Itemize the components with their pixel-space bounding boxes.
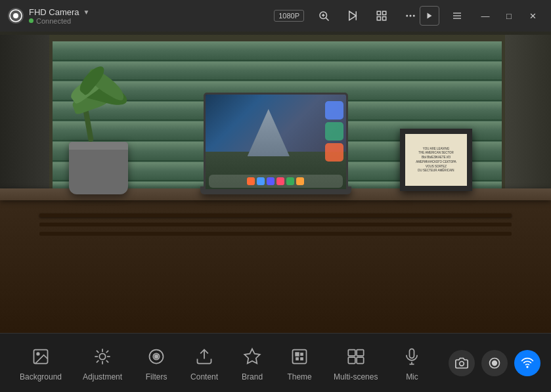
svg-point-21 (99, 353, 105, 359)
svg-point-20 (37, 353, 39, 355)
tool-brand[interactable]: Brand (230, 339, 275, 387)
bottom-toolbar: Background Adjustment (0, 333, 551, 392)
brand-icon (240, 345, 264, 368)
svg-point-49 (493, 360, 497, 365)
svg-point-13 (410, 15, 412, 17)
resolution-badge[interactable]: 1080P (274, 10, 304, 22)
desk-slat (39, 223, 512, 227)
svg-rect-36 (296, 353, 299, 356)
dock-icon (247, 177, 255, 185)
title-bar: FHD Camera ▼ Connected 1080P (0, 0, 551, 32)
wall-left (0, 35, 49, 198)
filters-label: Filters (146, 372, 167, 381)
desktop-icon (325, 143, 343, 162)
svg-point-12 (406, 15, 408, 17)
dock-icon (296, 177, 304, 185)
svg-rect-38 (296, 357, 299, 360)
tool-filters[interactable]: Filters (134, 339, 179, 387)
tool-content[interactable]: Content (181, 339, 227, 387)
desk-slat (39, 213, 512, 217)
svg-rect-42 (348, 357, 355, 363)
app-title-group: FHD Camera ▼ Connected (29, 7, 89, 25)
record-button[interactable] (481, 350, 508, 376)
camera-feed: YOU ARE LEAVINGTHE AMERICAN SECTORВЫ ВЫЕ… (0, 32, 551, 333)
dock-icon (267, 177, 275, 185)
multi-scenes-label: Multi-scenes (334, 372, 378, 381)
tool-background[interactable]: Background (11, 339, 71, 387)
restore-button[interactable]: □ (498, 5, 519, 26)
plant-pot (69, 142, 128, 194)
svg-line-3 (326, 18, 328, 20)
pot-rim (69, 142, 128, 150)
dock-icon (286, 177, 294, 185)
dock-icon (276, 177, 284, 185)
desk (0, 188, 551, 333)
title-bar-left: FHD Camera ▼ Connected (8, 7, 274, 25)
desk-slats (0, 200, 551, 287)
app-title[interactable]: FHD Camera ▼ (29, 7, 89, 17)
svg-point-50 (527, 366, 528, 368)
content-label: Content (190, 372, 218, 381)
svg-rect-35 (293, 349, 307, 363)
svg-rect-43 (357, 357, 364, 363)
skip-icon[interactable] (343, 7, 362, 25)
content-icon (192, 345, 216, 368)
theme-icon (288, 345, 311, 368)
svg-marker-34 (244, 349, 259, 363)
svg-point-32 (155, 355, 158, 358)
svg-rect-10 (377, 17, 380, 20)
minimize-button[interactable]: — (475, 5, 496, 26)
app-icon (8, 8, 24, 24)
blind-slat (53, 41, 502, 61)
svg-rect-9 (383, 11, 386, 14)
screen-dock (209, 175, 343, 188)
svg-rect-40 (348, 349, 355, 355)
svg-rect-44 (410, 349, 414, 358)
desk-slat (39, 232, 512, 236)
zoom-in-icon[interactable] (315, 7, 333, 25)
background-icon (29, 345, 53, 368)
svg-marker-6 (349, 11, 357, 20)
picture-text: YOU ARE LEAVINGTHE AMERICAN SECTORВЫ ВЫЕ… (416, 147, 456, 174)
svg-line-27 (106, 360, 108, 362)
status-dot (29, 18, 33, 23)
screen-mountain (248, 109, 290, 156)
desktop-icon (325, 101, 343, 120)
svg-point-1 (13, 13, 18, 18)
status-text: Connected (36, 17, 71, 25)
laptop (204, 93, 348, 191)
laptop-screen (206, 95, 346, 189)
svg-rect-11 (383, 17, 386, 20)
mic-label: Mic (406, 372, 418, 381)
wall-right (505, 35, 551, 198)
filters-icon (144, 345, 168, 368)
multi-scenes-icon (344, 345, 368, 368)
menu-button[interactable] (447, 6, 467, 26)
play-button[interactable] (420, 6, 439, 26)
grid-icon[interactable] (372, 7, 391, 25)
adjustment-label: Adjustment (83, 372, 122, 381)
dock-icon (257, 177, 265, 185)
tool-theme[interactable]: Theme (277, 339, 322, 387)
title-dropdown-arrow[interactable]: ▼ (83, 9, 90, 16)
close-button[interactable]: ✕ (522, 5, 543, 26)
camera-scene: YOU ARE LEAVINGTHE AMERICAN SECTORВЫ ВЫЕ… (0, 32, 551, 333)
svg-point-14 (413, 15, 415, 17)
mic-icon (400, 345, 424, 368)
tool-mic[interactable]: Mic (389, 339, 434, 387)
adjustment-icon (91, 345, 114, 368)
app-name-label: FHD Camera (29, 7, 79, 17)
svg-rect-39 (300, 357, 303, 360)
more-icon[interactable] (401, 7, 420, 25)
tool-multi-scenes[interactable]: Multi-scenes (324, 339, 387, 387)
live-button[interactable] (514, 350, 540, 376)
svg-rect-8 (377, 11, 380, 14)
svg-line-29 (106, 350, 108, 352)
tool-adjustment[interactable]: Adjustment (74, 339, 131, 387)
camera-button[interactable] (449, 350, 475, 376)
right-controls (449, 350, 540, 376)
desktop-icon (325, 122, 343, 141)
svg-rect-41 (357, 349, 364, 355)
window-controls: — □ ✕ (420, 5, 543, 26)
svg-line-28 (97, 360, 99, 362)
